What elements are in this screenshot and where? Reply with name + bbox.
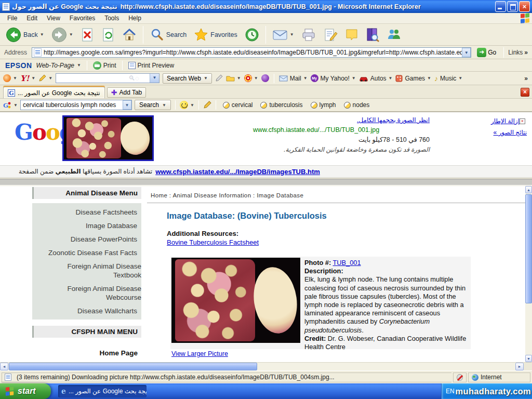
back-button[interactable]: Back ▼ [3,25,47,44]
mail-button[interactable]: ▼ [270,26,297,43]
smiley-button[interactable]: ▼ [180,101,194,109]
stop-button[interactable] [78,26,97,44]
restore-button[interactable] [507,1,518,12]
go-button[interactable]: ➜ Go [474,47,499,58]
highlighter-icon[interactable] [215,74,223,82]
favorites-star-icon [194,28,208,42]
google-search-tab[interactable]: G نتيجة بحث Google عن الصور ... [3,87,105,98]
scroll-down-button[interactable]: ▼ [525,355,532,362]
menu-help[interactable]: Help [124,14,145,23]
menu-view[interactable]: View [43,14,64,23]
google-search-button[interactable]: Search ▼ [135,100,171,110]
query-dropdown[interactable]: ▼ [123,100,131,110]
links-label[interactable]: Links » [508,49,530,56]
sidebar-item-disease-factsheets[interactable]: Disease Factsheets [34,208,137,217]
start-button[interactable]: start [0,383,51,399]
word-find-tuberculosis[interactable]: tuberculosis [258,100,305,110]
messenger-button[interactable] [384,26,404,44]
toolbar-close-button[interactable]: × [521,88,529,97]
view-full-size-link[interactable]: انظر الصورة بحجمها الكامل. [357,116,430,124]
yahoo-bookmark-button[interactable]: ▼ [226,75,241,82]
horizontal-scroll-thumb[interactable] [9,363,257,370]
image-results-link[interactable]: نتائج الصور » [494,129,527,136]
page-title: Image Database: (Bovine) Tuberculosis [167,211,327,221]
tab-label: نتيجة بحث Google عن الصور ... [18,89,100,97]
games-button[interactable]: Games▼ [395,75,431,82]
epson-print-button[interactable]: Print [93,61,116,70]
search-button[interactable]: Search [147,26,190,44]
scroll-left-button[interactable]: ◄ [0,363,8,370]
image-source-url: www.cfsph.iastate.edu/.../TUB/TUB_001.jp… [253,125,430,135]
word-find-lymph[interactable]: lymph [308,100,339,110]
context-page-link[interactable]: www.cfsph.iastate.edu/.../ImageDB/images… [155,168,320,176]
horizontal-scrollbar[interactable]: ◄ ► [0,362,532,370]
search-web-button[interactable]: Search Web ▼ [163,73,212,84]
yahoo-mail-button[interactable]: Mail▼ [279,75,308,82]
sidebar-item-fad-textbook[interactable]: Foreign Animal Disease Textbook [63,262,141,280]
breadcrumb[interactable]: Home : Animal Disease Information : Imag… [151,192,303,198]
word-find-nodes[interactable]: nodes [341,100,373,110]
scroll-right-button[interactable]: ► [515,363,524,370]
history-button[interactable] [242,26,262,44]
my-yahoo-button[interactable]: My My Yahoo!▼ [311,74,356,82]
forward-button[interactable]: ▼ [49,25,76,44]
menu-tools[interactable]: Tools [100,14,123,23]
autos-button[interactable]: Autos▼ [359,75,393,82]
menu-edit[interactable]: Edit [22,14,42,23]
yahoo-overflow-chevron[interactable]: » [524,75,528,82]
photo-number-link[interactable]: TUB_001 [333,259,361,267]
edit-button[interactable] [321,26,340,44]
taskbar-item-ie[interactable]: e نتيجة بحث Google عن الصور ... [58,385,147,397]
discuss-button[interactable] [342,26,361,43]
refresh-button[interactable] [99,26,117,44]
specimen-photo [171,258,300,343]
highlight-pen-icon[interactable] [203,101,211,109]
yahoo-messenger-button[interactable]: ▼ [3,74,17,82]
image-size-info: 760 في 510 - 78كيلو بايت [253,135,430,145]
yahoo-home-button[interactable]: Y! ▼ [20,74,35,83]
address-dropdown[interactable]: ▼ [462,48,471,57]
yahoo-games-target-button[interactable]: ▼ [244,74,258,82]
history-icon [245,28,259,42]
screen: نتيجة بحث Google عن الصور حول http://www… [0,0,532,399]
music-button[interactable]: ♪ Music▼ [434,74,462,83]
vertical-scroll-thumb[interactable] [525,194,532,303]
print-preview-button[interactable]: Print Preview [128,62,175,69]
word-find-cervical[interactable]: cervical [220,100,256,110]
sidebar-item-fad-webcourse[interactable]: Foreign Animal Disease Webcourse [63,284,141,302]
result-thumbnail[interactable] [62,115,154,161]
sidebar-item-disease-wallcharts[interactable]: Disease Wallcharts [34,307,137,315]
close-button[interactable]: × [519,1,530,12]
sidebar-item-home-page[interactable]: Home Page [32,349,141,357]
yahoo-search-input[interactable]: 🔍︎◌ ▼ [56,73,159,83]
sidebar-item-image-database[interactable]: Image Database [34,221,137,230]
language-indicator[interactable]: EN [446,388,455,395]
menu-favorites[interactable]: Favorites [65,14,99,23]
remove-frame-link[interactable]: ×إزالة الإطار [491,117,527,125]
google-toolbar-menu[interactable]: G ▼ [3,101,18,110]
forward-dropdown[interactable]: ▼ [69,32,73,37]
minimize-button[interactable] [495,1,506,12]
home-button[interactable] [119,26,139,44]
print-button[interactable] [299,26,318,44]
research-button[interactable] [363,26,382,44]
google-search-input[interactable]: cervical tuberculosis lymph nodes ▼ [20,100,132,110]
view-larger-picture-link[interactable]: View Larger Picture [171,350,228,357]
menu-file[interactable]: File [3,14,21,23]
web-to-page-menu[interactable]: Web-To-Page ▼ [36,62,81,69]
launchcast-icon[interactable] [261,74,269,82]
mail-dropdown[interactable]: ▼ [290,32,294,37]
sidebar-item-zoonotic-fast-facts[interactable]: Zoonotic Disease Fast Facts [34,248,137,257]
privacy-indicator[interactable] [453,373,467,382]
address-input[interactable]: http://images.google.com.sa/imgres?imgur… [32,47,471,58]
scroll-up-button[interactable]: ▲ [525,186,532,193]
factsheet-link[interactable]: Bovine Tuberculosis Factsheet [167,238,259,246]
vertical-scrollbar[interactable]: ▲ ▼ [525,186,532,362]
add-tab-button[interactable]: ✚ Add Tab [107,87,147,98]
yahoo-search-dropdown[interactable]: ▼ [150,74,159,83]
sidebar-item-disease-powerpoints[interactable]: Disease PowerPoints [34,235,137,244]
back-dropdown[interactable]: ▼ [40,32,44,37]
home-icon [122,28,137,42]
yahoo-pencil-button[interactable]: ▼ [38,74,52,82]
favorites-button[interactable]: Favorites [191,26,240,44]
